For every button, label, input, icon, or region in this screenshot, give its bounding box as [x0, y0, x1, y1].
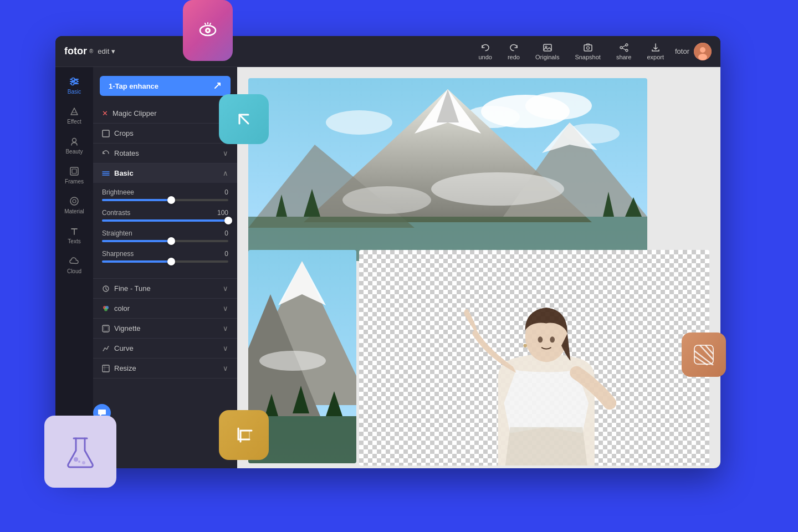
svg-point-33: [73, 139, 76, 142]
svg-point-24: [700, 47, 705, 53]
undo-button[interactable]: undo: [478, 43, 492, 60]
sidebar-item-material[interactable]: Material: [58, 191, 90, 219]
tool-section-magic-clipper: ✕ Magic Clipper ∨: [93, 104, 237, 124]
sidebar-label-cloud: Cloud: [67, 268, 81, 274]
straighten-label: Straighten: [102, 229, 132, 237]
canvas-area: [237, 67, 720, 468]
float-arrow-icon: [219, 94, 269, 144]
topbar-actions: undo redo Originals: [478, 43, 664, 60]
rotates-header[interactable]: Rotates ∨: [93, 144, 237, 163]
export-button[interactable]: export: [647, 43, 664, 60]
logo-trademark: ®: [89, 48, 93, 54]
resize-header[interactable]: Resize ∨: [93, 359, 237, 378]
svg-rect-34: [70, 167, 78, 175]
brightness-slider-group: Brightneee 0: [102, 188, 228, 201]
tool-section-crops: Crops ∨: [93, 124, 237, 144]
tool-section-vignette: Vignette ∨: [93, 319, 237, 339]
straighten-value: 0: [224, 229, 228, 237]
svg-point-61: [431, 172, 564, 206]
float-flask-icon: [44, 416, 116, 488]
sharpness-track[interactable]: [102, 260, 228, 263]
resize-chevron: ∨: [223, 364, 228, 372]
basic-section-header[interactable]: Basic ∧: [93, 163, 237, 183]
one-tap-label: 1-Tap enhance: [109, 82, 158, 90]
editor-body: Basic Effect Beauty: [55, 67, 720, 468]
tool-section-basic: Basic ∧ Brightneee 0: [93, 163, 237, 279]
svg-rect-35: [72, 169, 76, 173]
magic-clipper-label: Magic Clipper: [112, 109, 156, 117]
svg-point-13: [74, 457, 78, 462]
color-header[interactable]: color ∨: [93, 299, 237, 318]
svg-point-73: [259, 351, 326, 371]
straighten-track[interactable]: [102, 240, 228, 242]
crops-label: Crops: [114, 129, 134, 137]
sharpness-thumb[interactable]: [167, 258, 175, 265]
basic-sliders: Brightneee 0 Contrasts 100: [93, 183, 237, 278]
fine-tune-header[interactable]: Fine - Tune ∨: [93, 279, 237, 298]
svg-point-29: [72, 78, 75, 81]
magic-clipper-x-icon: ✕: [102, 109, 108, 117]
curve-header[interactable]: Curve ∨: [93, 339, 237, 358]
brightness-track[interactable]: [102, 199, 228, 201]
person-removed-bg-area: [359, 250, 709, 466]
sidebar-item-effect[interactable]: Effect: [58, 101, 90, 129]
sharpness-fill: [102, 260, 171, 263]
crops-header[interactable]: Crops ∨: [93, 124, 237, 143]
sidebar-item-beauty[interactable]: Beauty: [58, 131, 90, 159]
user-menu[interactable]: fotor: [675, 43, 712, 60]
svg-line-5: [205, 23, 206, 24]
sidebar-item-frames[interactable]: Frames: [58, 161, 90, 189]
sharpness-value: 0: [224, 250, 228, 258]
svg-point-17: [545, 46, 547, 48]
brightness-thumb[interactable]: [167, 196, 175, 204]
svg-point-62: [342, 186, 431, 214]
sidebar-label-beauty: Beauty: [65, 149, 83, 155]
vignette-label: Vignette: [114, 324, 140, 332]
one-tap-enhance-button[interactable]: 1-Tap enhance: [100, 76, 231, 96]
svg-point-30: [75, 80, 78, 83]
svg-rect-7: [694, 345, 713, 364]
sharpness-slider-group: Sharpness 0: [102, 250, 228, 263]
basic-icon: [102, 170, 110, 177]
logo-text: fotor: [64, 45, 87, 57]
magic-clipper-header[interactable]: ✕ Magic Clipper ∨: [93, 104, 237, 123]
svg-point-37: [73, 200, 76, 203]
curve-label: Curve: [114, 344, 134, 352]
fine-tune-icon: [102, 285, 110, 293]
user-avatar: [694, 43, 712, 60]
originals-button[interactable]: Originals: [535, 43, 559, 60]
float-stripe-icon: [682, 332, 726, 377]
topbar: fotor® edit ▾ undo redo: [55, 36, 720, 67]
straighten-thumb[interactable]: [167, 237, 175, 245]
contrast-thumb[interactable]: [224, 217, 232, 224]
svg-point-14: [82, 461, 85, 464]
svg-point-52: [525, 92, 592, 120]
contrast-fill: [102, 219, 228, 222]
snapshot-button[interactable]: Snapshot: [575, 43, 600, 60]
svg-rect-48: [104, 326, 108, 331]
svg-point-2: [207, 29, 209, 32]
sidebar-item-texts[interactable]: Texts: [58, 221, 90, 249]
svg-point-80: [538, 336, 543, 342]
svg-rect-18: [584, 45, 592, 51]
sidebar-label-effect: Effect: [67, 119, 81, 125]
redo-button[interactable]: redo: [508, 43, 520, 60]
float-eye-icon: [183, 0, 233, 61]
sidebar-item-basic[interactable]: Basic: [58, 71, 90, 99]
brightness-fill: [102, 199, 171, 201]
straighten-fill: [102, 240, 171, 242]
contrast-track[interactable]: [102, 219, 228, 222]
edit-menu[interactable]: edit ▾: [98, 47, 115, 55]
svg-line-4: [210, 23, 211, 24]
svg-point-19: [586, 47, 589, 49]
color-icon: [102, 305, 110, 313]
tool-section-color: color ∨: [93, 299, 237, 319]
vignette-header[interactable]: Vignette ∨: [93, 319, 237, 338]
sidebar-item-cloud[interactable]: Cloud: [58, 251, 90, 279]
brightness-label: Brightneee: [102, 188, 134, 196]
share-button[interactable]: share: [616, 43, 632, 60]
color-chevron: ∨: [223, 304, 228, 313]
color-label: color: [114, 304, 130, 313]
rotates-label: Rotates: [114, 149, 139, 157]
redo-label: redo: [508, 54, 520, 60]
